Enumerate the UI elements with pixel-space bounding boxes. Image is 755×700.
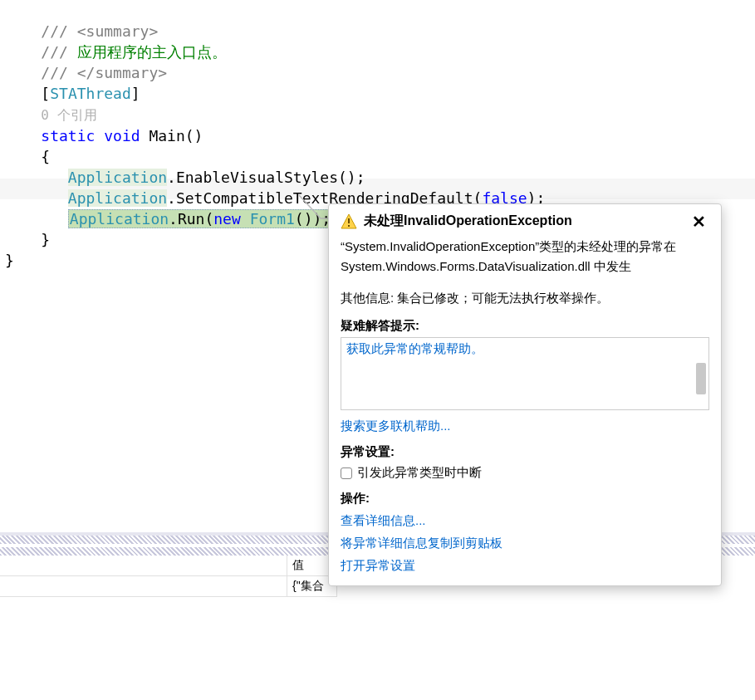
method-call: EnableVisualStyles(); bbox=[176, 169, 365, 186]
type-form1: Form1 bbox=[241, 210, 295, 228]
type-application: Application bbox=[68, 169, 167, 186]
type-application: Application bbox=[68, 189, 167, 207]
brace: } bbox=[5, 252, 14, 269]
code-line: Application.EnableVisualStyles(); bbox=[5, 169, 365, 186]
break-on-type-checkbox[interactable] bbox=[341, 467, 352, 479]
code-line: { bbox=[5, 148, 50, 165]
code-line: /// 应用程序的主入口点。 bbox=[5, 43, 227, 61]
current-exec-line[interactable]: Application.Run(new Form1()); bbox=[5, 210, 332, 228]
dot: . bbox=[169, 210, 178, 228]
search-more-link[interactable]: 搜索更多联机帮助... bbox=[341, 419, 451, 433]
exception-extra-info: 其他信息: 集合已修改；可能无法执行枚举操作。 bbox=[341, 288, 709, 308]
doc-tag: <summary> bbox=[77, 22, 159, 40]
attr-name: STAThread bbox=[50, 85, 131, 102]
type-application: Application bbox=[70, 210, 169, 228]
brace: { bbox=[41, 148, 50, 165]
doc-slashes: /// bbox=[41, 22, 76, 40]
svg-rect-2 bbox=[348, 225, 350, 227]
open-settings-link[interactable]: 打开异常设置 bbox=[341, 558, 709, 574]
close-icon[interactable]: ✕ bbox=[689, 214, 709, 229]
ref-count[interactable]: 0 个引用 bbox=[41, 107, 96, 123]
view-detail-link[interactable]: 查看详细信息... bbox=[341, 513, 709, 529]
dot: . bbox=[167, 169, 176, 186]
close-paren: ()); bbox=[295, 210, 331, 228]
exception-popup[interactable]: 未处理InvalidOperationException ✕ “System.I… bbox=[328, 203, 722, 586]
doc-slashes: /// bbox=[41, 64, 76, 81]
codelens-refs[interactable]: 0 个引用 bbox=[5, 105, 97, 123]
exception-message: “System.InvalidOperationException”类型的未经处… bbox=[341, 237, 709, 277]
kw-new: new bbox=[213, 210, 241, 228]
break-on-type-row[interactable]: 引发此异常类型时中断 bbox=[341, 465, 709, 481]
brace: } bbox=[41, 231, 50, 248]
scrollbar-thumb[interactable] bbox=[696, 363, 706, 394]
svg-rect-1 bbox=[348, 218, 350, 223]
method-name: Main() bbox=[140, 127, 203, 144]
dot: . bbox=[167, 189, 176, 207]
exception-header: 未处理InvalidOperationException ✕ bbox=[341, 213, 709, 230]
exception-title: 未处理InvalidOperationException bbox=[364, 213, 689, 230]
exception-settings-heading: 异常设置: bbox=[341, 444, 709, 460]
help-general-link[interactable]: 获取此异常的常规帮助。 bbox=[346, 341, 483, 355]
code-editor-pane[interactable]: /// <summary> /// 应用程序的主入口点。 /// </summa… bbox=[0, 0, 755, 700]
doc-tag: </summary> bbox=[77, 64, 167, 81]
troubleshoot-box[interactable]: 获取此异常的常规帮助。 bbox=[341, 337, 709, 410]
troubleshoot-heading: 疑难解答提示: bbox=[341, 318, 709, 334]
attr-bracket: ] bbox=[131, 85, 140, 102]
kw-void: void bbox=[104, 127, 140, 144]
warning-icon bbox=[341, 213, 357, 230]
code-line: /// </summary> bbox=[5, 64, 167, 81]
code-line: [STAThread] bbox=[5, 85, 140, 102]
code-line: } bbox=[5, 231, 50, 248]
copy-to-clip-link[interactable]: 将异常详细信息复制到剪贴板 bbox=[341, 536, 709, 551]
method-call: Run( bbox=[178, 210, 213, 228]
watch-name-cell[interactable] bbox=[0, 556, 287, 576]
kw-static: static bbox=[41, 127, 95, 144]
code-line: } bbox=[5, 252, 14, 269]
code-line: /// <summary> bbox=[5, 22, 158, 40]
actions-list: 查看详细信息... 将异常详细信息复制到剪贴板 打开异常设置 bbox=[341, 513, 709, 574]
doc-slashes: /// bbox=[41, 43, 76, 61]
watch-name-cell[interactable] bbox=[0, 576, 287, 597]
break-on-type-label: 引发此异常类型时中断 bbox=[357, 465, 482, 479]
attr-bracket: [ bbox=[41, 85, 50, 102]
doc-summary-text: 应用程序的主入口点。 bbox=[77, 43, 227, 61]
actions-heading: 操作: bbox=[341, 491, 709, 507]
code-line: static void Main() bbox=[5, 127, 203, 144]
